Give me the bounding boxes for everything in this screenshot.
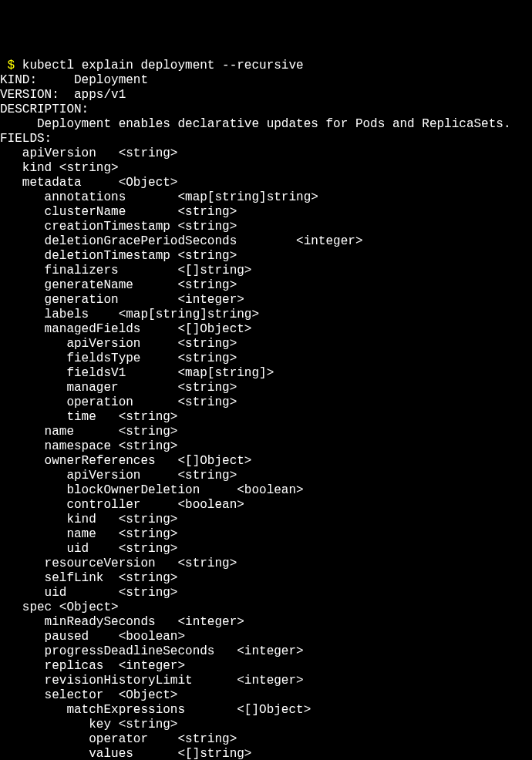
- output-line: labels <map[string]string>: [0, 308, 532, 322]
- output-line: KIND: Deployment: [0, 73, 532, 88]
- output-line: creationTimestamp <string>: [0, 220, 532, 234]
- output-line: uid <string>: [0, 542, 532, 557]
- output-line: VERSION: apps/v1: [0, 88, 532, 103]
- output-line: Deployment enables declarative updates f…: [0, 117, 532, 132]
- output-line: ownerReferences <[]Object>: [0, 454, 532, 469]
- output-line: annotations <map[string]string>: [0, 190, 532, 205]
- output-line: managedFields <[]Object>: [0, 322, 532, 337]
- output-line: clusterName <string>: [0, 205, 532, 220]
- terminal-window[interactable]: $ kubectl explain deployment --recursive…: [0, 59, 532, 760]
- output-line: DESCRIPTION:: [0, 103, 532, 117]
- output-line: apiVersion <string>: [0, 146, 532, 161]
- output-line: fieldsV1 <map[string]>: [0, 366, 532, 381]
- terminal-output: KIND: DeploymentVERSION: apps/v1DESCRIPT…: [0, 73, 532, 760]
- output-line: finalizers <[]string>: [0, 264, 532, 278]
- prompt-symbol: $: [0, 59, 22, 72]
- output-line: apiVersion <string>: [0, 337, 532, 351]
- output-line: kind <string>: [0, 161, 532, 176]
- output-line: values <[]string>: [0, 747, 532, 760]
- output-line: namespace <string>: [0, 439, 532, 454]
- output-line: operator <string>: [0, 732, 532, 747]
- output-line: deletionTimestamp <string>: [0, 249, 532, 264]
- output-line: progressDeadlineSeconds <integer>: [0, 644, 532, 659]
- output-line: name <string>: [0, 527, 532, 542]
- output-line: spec <Object>: [0, 600, 532, 615]
- output-line: replicas <integer>: [0, 659, 532, 674]
- output-line: controller <boolean>: [0, 498, 532, 513]
- output-line: kind <string>: [0, 513, 532, 527]
- output-line: resourceVersion <string>: [0, 557, 532, 571]
- output-line: operation <string>: [0, 395, 532, 410]
- output-line: name <string>: [0, 425, 532, 439]
- output-line: metadata <Object>: [0, 176, 532, 190]
- output-line: fieldsType <string>: [0, 351, 532, 366]
- command-text: kubectl explain deployment --recursive: [22, 59, 304, 72]
- output-line: paused <boolean>: [0, 630, 532, 644]
- output-line: blockOwnerDeletion <boolean>: [0, 483, 532, 498]
- output-line: generation <integer>: [0, 293, 532, 308]
- output-line: revisionHistoryLimit <integer>: [0, 674, 532, 688]
- output-line: generateName <string>: [0, 278, 532, 293]
- output-line: matchExpressions <[]Object>: [0, 703, 532, 718]
- output-line: selector <Object>: [0, 688, 532, 703]
- command-line: $ kubectl explain deployment --recursive: [0, 59, 532, 73]
- output-line: time <string>: [0, 410, 532, 425]
- output-line: apiVersion <string>: [0, 469, 532, 483]
- output-line: uid <string>: [0, 586, 532, 600]
- output-line: selfLink <string>: [0, 571, 532, 586]
- output-line: FIELDS:: [0, 132, 532, 146]
- output-line: manager <string>: [0, 381, 532, 395]
- output-line: deletionGracePeriodSeconds <integer>: [0, 234, 532, 249]
- output-line: minReadySeconds <integer>: [0, 615, 532, 630]
- output-line: key <string>: [0, 718, 532, 732]
